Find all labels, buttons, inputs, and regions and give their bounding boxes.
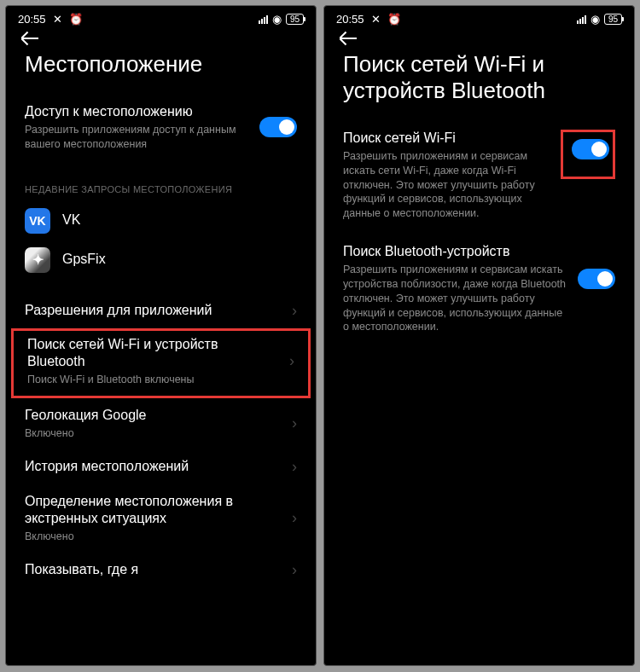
dnd-icon: ✕ — [53, 13, 62, 26]
emergency-location-row[interactable]: Определение местоположения в экстренных … — [6, 484, 316, 553]
wifi-scan-row[interactable]: Поиск сетей Wi-Fi Разрешить приложениям … — [324, 121, 634, 229]
app-permissions-row[interactable]: Разрешения для приложений › — [6, 293, 316, 328]
wifi-bt-scan-row[interactable]: Поиск сетей Wi-Fi и устройств Bluetooth … — [11, 328, 311, 398]
show-where-title: Показывать, где я — [25, 561, 282, 579]
chevron-right-icon: › — [289, 352, 294, 370]
wifi-bt-scan-title: Поиск сетей Wi-Fi и устройств Bluetooth — [27, 336, 279, 372]
signal-icon — [577, 15, 586, 24]
wifi-scan-sub: Разрешить приложениям и сервисам искать … — [343, 149, 550, 221]
dnd-icon: ✕ — [371, 13, 381, 26]
location-access-toggle[interactable] — [259, 117, 297, 137]
location-access-title: Доступ к местоположению — [25, 103, 249, 121]
app-row-gpsfix[interactable]: ✦ GpsFix — [6, 240, 316, 280]
battery-indicator: 95 — [286, 14, 304, 25]
bt-scan-title: Поиск Bluetooth-устройств — [343, 243, 567, 261]
phone-left: 20:55 ✕ ⏰ ◉ 95 Местоположение Доступ к м… — [5, 5, 317, 666]
chevron-right-icon: › — [292, 458, 297, 476]
vk-icon: VK — [25, 208, 50, 234]
status-bar: 20:55 ✕ ⏰ ◉ 95 — [324, 6, 634, 29]
location-history-title: История местоположений — [25, 458, 282, 476]
back-button[interactable] — [6, 29, 316, 44]
app-label-vk: VK — [62, 211, 80, 229]
wifi-icon: ◉ — [591, 13, 600, 26]
location-history-row[interactable]: История местоположений › — [6, 449, 316, 484]
google-location-sub: Включено — [25, 426, 282, 441]
status-time: 20:55 — [336, 13, 364, 26]
chevron-right-icon: › — [292, 302, 297, 320]
show-where-row[interactable]: Показывать, где я › — [6, 553, 316, 588]
location-access-row[interactable]: Доступ к местоположению Разрешить прилож… — [6, 95, 316, 160]
alarm-icon: ⏰ — [387, 13, 401, 26]
alarm-icon: ⏰ — [69, 13, 83, 26]
bt-scan-toggle[interactable] — [578, 269, 615, 289]
status-time: 20:55 — [18, 13, 46, 26]
page-title: Местоположение — [6, 44, 316, 95]
back-arrow-icon — [21, 38, 38, 39]
wifi-scan-toggle[interactable] — [572, 139, 609, 159]
wifi-icon: ◉ — [272, 13, 282, 26]
gpsfix-icon: ✦ — [25, 247, 50, 273]
app-row-vk[interactable]: VK VK — [6, 201, 316, 240]
bt-scan-row[interactable]: Поиск Bluetooth-устройств Разрешить прил… — [324, 235, 634, 343]
app-label-gpsfix: GpsFix — [62, 251, 106, 269]
chevron-right-icon: › — [292, 414, 297, 432]
wifi-bt-scan-sub: Поиск Wi-Fi и Bluetooth включены — [27, 373, 279, 387]
back-arrow-icon — [340, 38, 357, 39]
google-location-title: Геолокация Google — [25, 407, 282, 425]
chevron-right-icon: › — [292, 561, 297, 579]
app-permissions-title: Разрешения для приложений — [25, 302, 282, 320]
emergency-location-sub: Включено — [25, 530, 282, 544]
back-button[interactable] — [324, 29, 634, 44]
battery-indicator: 95 — [604, 14, 622, 25]
location-access-sub: Разрешить приложениям доступ к данным ва… — [25, 123, 249, 152]
chevron-right-icon: › — [292, 509, 297, 527]
wifi-scan-title: Поиск сетей Wi-Fi — [343, 130, 550, 148]
wifi-scan-toggle-highlight — [561, 130, 615, 179]
google-location-row[interactable]: Геолокация Google Включено › — [6, 398, 316, 449]
recent-requests-label: НЕДАВНИЕ ЗАПРОСЫ МЕСТОПОЛОЖЕНИЯ — [6, 160, 316, 201]
status-bar: 20:55 ✕ ⏰ ◉ 95 — [6, 6, 316, 29]
emergency-location-title: Определение местоположения в экстренных … — [25, 493, 282, 529]
phone-right: 20:55 ✕ ⏰ ◉ 95 Поиск сетей Wi-Fi и устро… — [323, 5, 635, 666]
bt-scan-sub: Разрешить приложениям и сервисам искать … — [343, 263, 567, 334]
page-title: Поиск сетей Wi-Fi и устройств Bluetooth — [324, 44, 634, 121]
signal-icon — [259, 15, 268, 24]
